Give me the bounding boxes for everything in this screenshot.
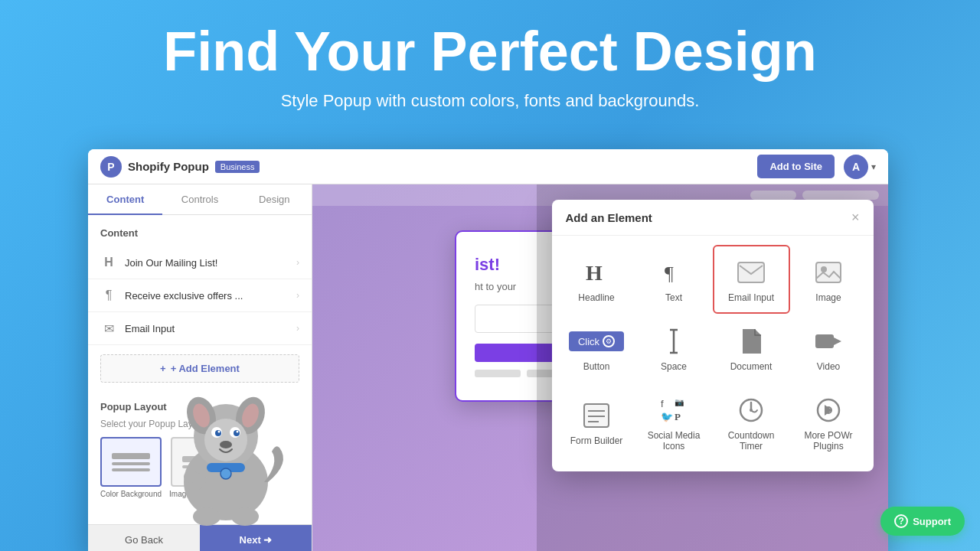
chevron-right-icon-2: › bbox=[296, 290, 299, 301]
modal-title: Add an Element bbox=[566, 211, 652, 224]
modal-item-button[interactable]: Click ⚙ Button bbox=[558, 314, 635, 383]
hero-subtitle: Style Popup with custom colors, fonts an… bbox=[0, 91, 980, 111]
sidebar-item-text[interactable]: ¶ Receive exclusive offers ... › bbox=[88, 279, 312, 312]
layout-line-3 bbox=[112, 468, 150, 471]
hero-section: Find Your Perfect Design Style Popup wit… bbox=[0, 0, 980, 126]
dog-mascot bbox=[149, 364, 302, 532]
sidebar-item-email-label: Email Input bbox=[125, 323, 296, 334]
svg-text:H: H bbox=[586, 261, 603, 285]
chevron-right-icon: › bbox=[296, 257, 299, 268]
document-icon bbox=[740, 328, 762, 355]
svg-point-15 bbox=[750, 409, 753, 412]
modal-item-countdown[interactable]: Countdown Timer bbox=[713, 383, 790, 462]
svg-rect-3 bbox=[816, 262, 841, 282]
modal-item-headline-label: Headline bbox=[578, 292, 614, 303]
modal-item-social-label: Social Media Icons bbox=[643, 430, 705, 452]
paragraph-icon: ¶ bbox=[100, 287, 117, 304]
add-element-modal: Add an Element × H Headline bbox=[552, 200, 874, 471]
add-to-site-button[interactable]: Add to Site bbox=[757, 155, 835, 178]
svg-rect-8 bbox=[815, 334, 834, 348]
chevron-right-icon-3: › bbox=[296, 323, 299, 334]
svg-point-34 bbox=[220, 468, 231, 479]
svg-marker-9 bbox=[834, 337, 841, 345]
svg-point-4 bbox=[821, 266, 827, 272]
sidebar-item-headline[interactable]: H Join Our Mailing List! › bbox=[88, 246, 312, 279]
footer-link-1 bbox=[475, 370, 521, 377]
hero-title: Find Your Perfect Design bbox=[0, 21, 980, 82]
support-icon: ? bbox=[894, 514, 908, 528]
tab-controls[interactable]: Controls bbox=[162, 184, 237, 214]
modal-item-countdown-label: Countdown Timer bbox=[720, 430, 782, 452]
modal-item-social[interactable]: f📷 🐦P Social Media Icons bbox=[635, 383, 713, 462]
modal-item-video-label: Video bbox=[817, 361, 840, 372]
email-icon: ✉ bbox=[100, 320, 117, 337]
heading-icon: H bbox=[100, 254, 117, 271]
video-icon bbox=[815, 328, 842, 355]
countdown-icon bbox=[738, 396, 764, 424]
layout-line bbox=[112, 453, 150, 459]
app-name: Shopify Popup bbox=[128, 160, 209, 173]
svg-rect-2 bbox=[738, 262, 764, 282]
top-bar: P Shopify Popup Business Add to Site A ▾ bbox=[88, 149, 888, 184]
modal-item-more-label: More POWr Plugins bbox=[798, 430, 860, 452]
headline-icon: H bbox=[584, 259, 609, 286]
svg-point-32 bbox=[220, 441, 232, 448]
modal-item-email-input[interactable]: Email Input bbox=[713, 245, 790, 314]
app-logo: P bbox=[100, 156, 122, 178]
modal-grid: H Headline ¶ Text bbox=[552, 236, 874, 471]
modal-header: Add an Element × bbox=[552, 200, 874, 236]
modal-item-email-label: Email Input bbox=[728, 292, 774, 303]
button-icon: Click ⚙ bbox=[569, 328, 624, 355]
layout-line-2 bbox=[112, 462, 150, 465]
business-badge: Business bbox=[215, 161, 260, 173]
modal-item-document[interactable]: Document bbox=[713, 314, 790, 383]
modal-item-button-label: Button bbox=[583, 361, 610, 372]
image-icon bbox=[815, 259, 841, 286]
tab-design[interactable]: Design bbox=[237, 184, 312, 214]
form-builder-icon bbox=[583, 402, 609, 429]
support-label: Support bbox=[913, 516, 951, 527]
settings-circle: ⚙ bbox=[603, 335, 615, 347]
more-powr-icon bbox=[815, 396, 841, 424]
sidebar-item-text-label: Receive exclusive offers ... bbox=[125, 290, 296, 302]
avatar: A bbox=[844, 155, 868, 179]
sidebar-item-email[interactable]: ✉ Email Input › bbox=[88, 312, 312, 345]
svg-point-36 bbox=[231, 507, 259, 526]
modal-item-text-label: Text bbox=[665, 292, 682, 303]
social-icons-icon: f📷 🐦P bbox=[661, 396, 687, 424]
next-label: Next ➜ bbox=[240, 534, 273, 546]
modal-item-more-powr[interactable]: More POWr Plugins bbox=[790, 383, 867, 462]
svg-point-31 bbox=[237, 431, 239, 433]
modal-item-text[interactable]: ¶ Text bbox=[635, 245, 713, 314]
modal-item-image[interactable]: Image bbox=[790, 245, 867, 314]
chevron-down-icon[interactable]: ▾ bbox=[871, 161, 876, 172]
support-button[interactable]: ? Support bbox=[880, 507, 965, 536]
modal-item-form-builder[interactable]: Form Builder bbox=[558, 383, 635, 462]
sidebar-item-headline-text: Join Our Mailing List! bbox=[125, 257, 296, 269]
modal-item-headline[interactable]: H Headline bbox=[558, 245, 635, 314]
modal-overlay: Add an Element × H Headline bbox=[537, 184, 888, 551]
svg-point-35 bbox=[193, 507, 220, 526]
modal-item-video[interactable]: Video bbox=[790, 314, 867, 383]
modal-item-space-label: Space bbox=[661, 361, 687, 372]
modal-item-image-label: Image bbox=[815, 292, 841, 303]
svg-point-38 bbox=[184, 471, 199, 483]
modal-item-document-label: Document bbox=[730, 361, 773, 372]
space-icon bbox=[667, 328, 681, 355]
svg-point-30 bbox=[218, 431, 220, 433]
sidebar-section-title: Content bbox=[88, 224, 312, 246]
svg-point-25 bbox=[204, 419, 247, 461]
modal-item-form-label: Form Builder bbox=[570, 435, 623, 446]
modal-close-button[interactable]: × bbox=[851, 210, 860, 224]
preview-panel: ✕ ist! ht to your Add an Element × bbox=[312, 184, 888, 551]
svg-text:¶: ¶ bbox=[665, 262, 674, 285]
email-input-icon bbox=[737, 259, 765, 286]
tab-bar: Content Controls Design bbox=[88, 184, 312, 215]
modal-item-space[interactable]: Space bbox=[635, 314, 713, 383]
tab-content[interactable]: Content bbox=[88, 184, 162, 214]
text-icon: ¶ bbox=[662, 259, 686, 286]
